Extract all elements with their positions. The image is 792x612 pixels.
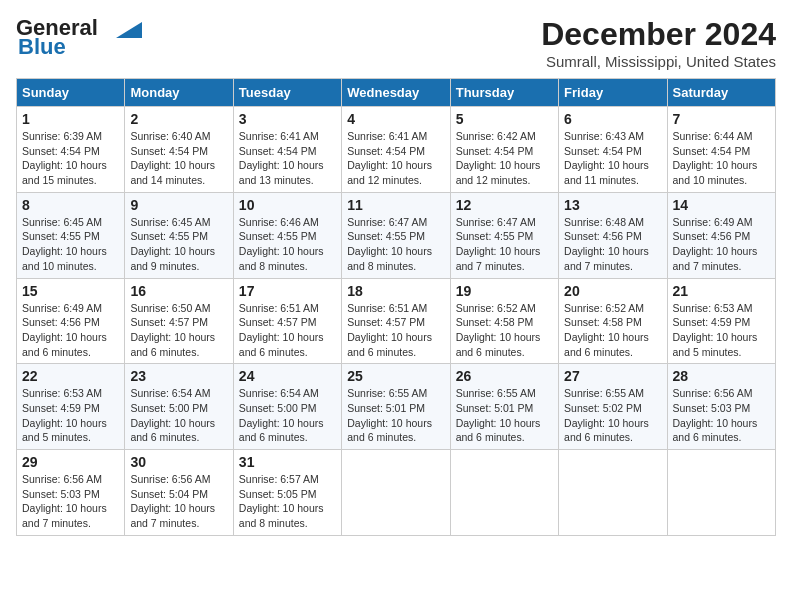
day-number: 3 bbox=[239, 111, 336, 127]
day-number: 13 bbox=[564, 197, 661, 213]
day-info: Sunrise: 6:45 AMSunset: 4:55 PMDaylight:… bbox=[130, 215, 227, 274]
day-info: Sunrise: 6:51 AMSunset: 4:57 PMDaylight:… bbox=[347, 301, 444, 360]
day-info: Sunrise: 6:52 AMSunset: 4:58 PMDaylight:… bbox=[456, 301, 553, 360]
day-info: Sunrise: 6:56 AMSunset: 5:03 PMDaylight:… bbox=[673, 386, 770, 445]
title-area: December 2024 Sumrall, Mississippi, Unit… bbox=[541, 16, 776, 70]
calendar-week-4: 22Sunrise: 6:53 AMSunset: 4:59 PMDayligh… bbox=[17, 364, 776, 450]
weekday-header-row: SundayMondayTuesdayWednesdayThursdayFrid… bbox=[17, 79, 776, 107]
calendar-cell: 12Sunrise: 6:47 AMSunset: 4:55 PMDayligh… bbox=[450, 192, 558, 278]
day-info: Sunrise: 6:39 AMSunset: 4:54 PMDaylight:… bbox=[22, 129, 119, 188]
day-info: Sunrise: 6:46 AMSunset: 4:55 PMDaylight:… bbox=[239, 215, 336, 274]
day-info: Sunrise: 6:42 AMSunset: 4:54 PMDaylight:… bbox=[456, 129, 553, 188]
calendar-cell: 17Sunrise: 6:51 AMSunset: 4:57 PMDayligh… bbox=[233, 278, 341, 364]
calendar-cell bbox=[667, 450, 775, 536]
day-info: Sunrise: 6:40 AMSunset: 4:54 PMDaylight:… bbox=[130, 129, 227, 188]
day-info: Sunrise: 6:44 AMSunset: 4:54 PMDaylight:… bbox=[673, 129, 770, 188]
calendar-cell: 24Sunrise: 6:54 AMSunset: 5:00 PMDayligh… bbox=[233, 364, 341, 450]
day-info: Sunrise: 6:55 AMSunset: 5:02 PMDaylight:… bbox=[564, 386, 661, 445]
calendar-cell: 9Sunrise: 6:45 AMSunset: 4:55 PMDaylight… bbox=[125, 192, 233, 278]
day-number: 14 bbox=[673, 197, 770, 213]
logo: General Blue bbox=[16, 16, 142, 60]
day-number: 31 bbox=[239, 454, 336, 470]
calendar-cell: 23Sunrise: 6:54 AMSunset: 5:00 PMDayligh… bbox=[125, 364, 233, 450]
calendar-cell: 4Sunrise: 6:41 AMSunset: 4:54 PMDaylight… bbox=[342, 107, 450, 193]
day-number: 9 bbox=[130, 197, 227, 213]
calendar-cell: 2Sunrise: 6:40 AMSunset: 4:54 PMDaylight… bbox=[125, 107, 233, 193]
logo-blue-text: Blue bbox=[18, 34, 66, 60]
day-info: Sunrise: 6:49 AMSunset: 4:56 PMDaylight:… bbox=[673, 215, 770, 274]
day-number: 4 bbox=[347, 111, 444, 127]
day-info: Sunrise: 6:41 AMSunset: 4:54 PMDaylight:… bbox=[347, 129, 444, 188]
day-number: 21 bbox=[673, 283, 770, 299]
day-number: 24 bbox=[239, 368, 336, 384]
day-number: 26 bbox=[456, 368, 553, 384]
calendar-cell: 3Sunrise: 6:41 AMSunset: 4:54 PMDaylight… bbox=[233, 107, 341, 193]
day-number: 18 bbox=[347, 283, 444, 299]
calendar-cell: 19Sunrise: 6:52 AMSunset: 4:58 PMDayligh… bbox=[450, 278, 558, 364]
calendar-cell: 30Sunrise: 6:56 AMSunset: 5:04 PMDayligh… bbox=[125, 450, 233, 536]
weekday-header-tuesday: Tuesday bbox=[233, 79, 341, 107]
calendar-cell: 31Sunrise: 6:57 AMSunset: 5:05 PMDayligh… bbox=[233, 450, 341, 536]
day-number: 23 bbox=[130, 368, 227, 384]
calendar-week-2: 8Sunrise: 6:45 AMSunset: 4:55 PMDaylight… bbox=[17, 192, 776, 278]
day-number: 12 bbox=[456, 197, 553, 213]
logo-icon bbox=[106, 18, 142, 40]
day-number: 30 bbox=[130, 454, 227, 470]
day-number: 2 bbox=[130, 111, 227, 127]
calendar-cell: 10Sunrise: 6:46 AMSunset: 4:55 PMDayligh… bbox=[233, 192, 341, 278]
day-number: 11 bbox=[347, 197, 444, 213]
calendar-cell: 27Sunrise: 6:55 AMSunset: 5:02 PMDayligh… bbox=[559, 364, 667, 450]
day-number: 29 bbox=[22, 454, 119, 470]
day-info: Sunrise: 6:54 AMSunset: 5:00 PMDaylight:… bbox=[239, 386, 336, 445]
calendar-cell: 25Sunrise: 6:55 AMSunset: 5:01 PMDayligh… bbox=[342, 364, 450, 450]
day-info: Sunrise: 6:53 AMSunset: 4:59 PMDaylight:… bbox=[22, 386, 119, 445]
weekday-header-friday: Friday bbox=[559, 79, 667, 107]
day-info: Sunrise: 6:48 AMSunset: 4:56 PMDaylight:… bbox=[564, 215, 661, 274]
day-info: Sunrise: 6:47 AMSunset: 4:55 PMDaylight:… bbox=[347, 215, 444, 274]
calendar-week-5: 29Sunrise: 6:56 AMSunset: 5:03 PMDayligh… bbox=[17, 450, 776, 536]
weekday-header-saturday: Saturday bbox=[667, 79, 775, 107]
day-info: Sunrise: 6:41 AMSunset: 4:54 PMDaylight:… bbox=[239, 129, 336, 188]
day-number: 16 bbox=[130, 283, 227, 299]
day-number: 27 bbox=[564, 368, 661, 384]
day-info: Sunrise: 6:45 AMSunset: 4:55 PMDaylight:… bbox=[22, 215, 119, 274]
calendar-cell: 6Sunrise: 6:43 AMSunset: 4:54 PMDaylight… bbox=[559, 107, 667, 193]
day-number: 20 bbox=[564, 283, 661, 299]
day-number: 17 bbox=[239, 283, 336, 299]
day-info: Sunrise: 6:54 AMSunset: 5:00 PMDaylight:… bbox=[130, 386, 227, 445]
day-info: Sunrise: 6:56 AMSunset: 5:03 PMDaylight:… bbox=[22, 472, 119, 531]
day-info: Sunrise: 6:52 AMSunset: 4:58 PMDaylight:… bbox=[564, 301, 661, 360]
day-info: Sunrise: 6:57 AMSunset: 5:05 PMDaylight:… bbox=[239, 472, 336, 531]
calendar-cell: 13Sunrise: 6:48 AMSunset: 4:56 PMDayligh… bbox=[559, 192, 667, 278]
day-number: 10 bbox=[239, 197, 336, 213]
svg-marker-0 bbox=[116, 22, 142, 38]
day-info: Sunrise: 6:49 AMSunset: 4:56 PMDaylight:… bbox=[22, 301, 119, 360]
day-info: Sunrise: 6:51 AMSunset: 4:57 PMDaylight:… bbox=[239, 301, 336, 360]
calendar-week-3: 15Sunrise: 6:49 AMSunset: 4:56 PMDayligh… bbox=[17, 278, 776, 364]
day-number: 25 bbox=[347, 368, 444, 384]
calendar-cell: 15Sunrise: 6:49 AMSunset: 4:56 PMDayligh… bbox=[17, 278, 125, 364]
calendar-cell: 7Sunrise: 6:44 AMSunset: 4:54 PMDaylight… bbox=[667, 107, 775, 193]
calendar-cell bbox=[559, 450, 667, 536]
calendar-cell: 5Sunrise: 6:42 AMSunset: 4:54 PMDaylight… bbox=[450, 107, 558, 193]
calendar-cell bbox=[450, 450, 558, 536]
header: General Blue December 2024 Sumrall, Miss… bbox=[16, 16, 776, 70]
weekday-header-sunday: Sunday bbox=[17, 79, 125, 107]
day-info: Sunrise: 6:43 AMSunset: 4:54 PMDaylight:… bbox=[564, 129, 661, 188]
calendar-cell: 28Sunrise: 6:56 AMSunset: 5:03 PMDayligh… bbox=[667, 364, 775, 450]
calendar-cell: 14Sunrise: 6:49 AMSunset: 4:56 PMDayligh… bbox=[667, 192, 775, 278]
day-number: 6 bbox=[564, 111, 661, 127]
day-number: 22 bbox=[22, 368, 119, 384]
calendar-cell bbox=[342, 450, 450, 536]
calendar-cell: 11Sunrise: 6:47 AMSunset: 4:55 PMDayligh… bbox=[342, 192, 450, 278]
calendar-cell: 8Sunrise: 6:45 AMSunset: 4:55 PMDaylight… bbox=[17, 192, 125, 278]
calendar-cell: 29Sunrise: 6:56 AMSunset: 5:03 PMDayligh… bbox=[17, 450, 125, 536]
calendar-cell: 21Sunrise: 6:53 AMSunset: 4:59 PMDayligh… bbox=[667, 278, 775, 364]
day-number: 5 bbox=[456, 111, 553, 127]
month-title: December 2024 bbox=[541, 16, 776, 53]
day-number: 19 bbox=[456, 283, 553, 299]
day-number: 1 bbox=[22, 111, 119, 127]
day-info: Sunrise: 6:55 AMSunset: 5:01 PMDaylight:… bbox=[456, 386, 553, 445]
weekday-header-monday: Monday bbox=[125, 79, 233, 107]
calendar-cell: 26Sunrise: 6:55 AMSunset: 5:01 PMDayligh… bbox=[450, 364, 558, 450]
